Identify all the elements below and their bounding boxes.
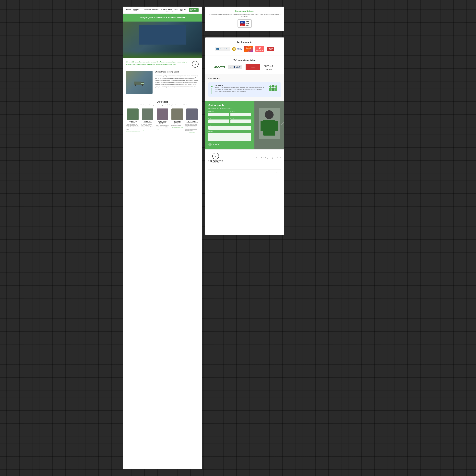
since-section: Since 1996, we've been pioneering produc… [123, 58, 202, 71]
team-role-shauni: Office Manager [156, 123, 169, 124]
remax-sub: DOORS [266, 68, 272, 70]
nav-bar: ABOUT PRODUCT RANGE PROJECTS CONTACT STE… [123, 7, 202, 14]
web-credit-text: Web solutions by Webtech [269, 171, 281, 172]
team-name-christopher: CHRISTOPHER ANDERSON [170, 121, 184, 123]
svg-text:WISE: WISE [241, 23, 243, 24]
form-group-phone: Phone [230, 118, 251, 123]
team-email-alex[interactable]: 021 623 4995 [186, 132, 199, 133]
community-title: Our Community [208, 41, 281, 43]
since-text: Since 1996, we've been pioneering produc… [126, 61, 189, 66]
nav-projects[interactable]: PROJECTS [144, 9, 151, 12]
building-shape [139, 25, 186, 45]
team-email-christopher[interactable]: ch@stevensonsdoors.co.nz [170, 127, 184, 128]
subject-input[interactable] [208, 126, 251, 130]
sitewise-badge: SITE WISE 100% SITEWISE100% [238, 19, 252, 28]
value-dot [211, 86, 213, 87]
nav-phone: 0800 486 346 [180, 9, 188, 12]
footer-logo-sub: DOORS LTD [208, 162, 223, 163]
team-email-shauni[interactable]: ch@stevensonsdoors.co.nz [156, 129, 169, 130]
nav-about[interactable]: ABOUT [126, 9, 131, 12]
submit-label[interactable]: SUBMIT [213, 144, 219, 145]
our-people-title: Our People [126, 101, 199, 103]
footer-nav-projects[interactable]: Projects [271, 157, 275, 158]
team-photo-anthony [127, 108, 138, 120]
submit-row: → SUBMIT [208, 143, 251, 146]
form-row-message: Message [208, 131, 251, 141]
footer-line-1 [208, 166, 281, 166]
hero-banner: Nearly 30 years of innovation in door ma… [123, 14, 202, 21]
values-section: Our Values: COMMUNITY We offer a place w… [205, 74, 284, 101]
team-name-anthony: ANTHONY MAY [126, 121, 139, 122]
caring-families-logo: CF Caring Families [215, 47, 230, 51]
values-title: Our Values: [208, 77, 281, 80]
message-input[interactable] [208, 133, 251, 141]
footer: S STEVENSONS DOORS LTD About Product Ran… [205, 149, 284, 166]
team-member-alex: ALEX BABKO Health & Safety Consultant Al… [186, 108, 199, 133]
merlin-logo: Merlin [214, 65, 225, 69]
agents-logos: Merlin GRIFCO™ ✦SCOTTY✦ DOORS remax™ [208, 64, 281, 70]
svg-rect-43 [274, 121, 278, 131]
hero-banner-text: Nearly 30 years of innovation in door ma… [126, 17, 199, 18]
firstname-input[interactable] [208, 113, 229, 116]
team-photo-jay [142, 108, 153, 120]
form-group-subject: Subject [208, 124, 251, 130]
contact-btn[interactable]: CONTACT US [189, 8, 199, 12]
footer-logo-text: STEVENSONS [208, 160, 223, 162]
team-name-jay: JAY RHODES [141, 121, 154, 122]
svg-rect-31 [269, 88, 272, 91]
footer-nav-contact[interactable]: Contact [277, 157, 281, 158]
svg-point-4 [136, 85, 136, 85]
logo-circle: S [192, 61, 199, 68]
surname-input[interactable] [230, 113, 251, 116]
nav-logo: STEVENSONS DOORS LTD [161, 8, 178, 12]
contact-title: Get in touch [208, 104, 251, 107]
phone-input[interactable] [230, 119, 251, 123]
sitewise-logo: SITE WISE 100% SITEWISE100% [240, 21, 249, 26]
circus-logo: CIRCUS [244, 46, 253, 52]
team-email-anthony[interactable]: anthony@stevensonsdoors.co.nz [126, 131, 139, 132]
team-role-anthony: Manager [126, 122, 139, 123]
team-name-shauni: SHAUNI GOULD ANDERSON [156, 121, 169, 123]
svg-text:DOORS: DOORS [251, 67, 255, 68]
team-grid: ANTHONY MAY Manager Anthony has a passio… [126, 108, 199, 133]
svg-line-20 [233, 48, 234, 48]
value-illustration [267, 85, 278, 94]
heart-kids-logo: Heart Kids NZ [255, 46, 264, 51]
right-column: Our Accreditations We are proud to say t… [205, 7, 284, 469]
footer-nav-about[interactable]: About [256, 157, 259, 158]
value-line [212, 88, 212, 94]
contact-form-section: Get in touch Complete the form and we'll… [205, 101, 255, 150]
svg-point-32 [272, 85, 275, 87]
accreditations-text: We are proud to say that Stevensons Door… [208, 14, 281, 17]
looking-ahead: We're always looking ahead While we have… [123, 71, 202, 97]
team-photo-alex [186, 108, 198, 120]
community-logos: CF Caring Families [208, 46, 281, 52]
svg-rect-0 [134, 82, 141, 85]
email-input[interactable] [208, 119, 229, 123]
team-member-anthony: ANTHONY MAY Manager Anthony has a passio… [126, 108, 139, 133]
team-photo [123, 21, 202, 58]
looking-title: We're always looking ahead [155, 71, 199, 73]
nav-product-range[interactable]: PRODUCT RANGE [133, 9, 142, 12]
looking-content: We're always looking ahead While we have… [155, 71, 199, 94]
svg-point-40 [265, 110, 274, 119]
team-name-alex: ALEX BABKO [186, 121, 199, 122]
remax-logo: remax™ [264, 64, 275, 68]
rotary-logo: Rotary [232, 47, 242, 51]
team-photo-christopher [171, 108, 183, 120]
phone-label: Phone [230, 118, 251, 119]
svg-rect-41 [263, 120, 275, 136]
team-member-christopher: CHRISTOPHER ANDERSON Office Manager Well… [170, 108, 184, 133]
truck-photo [126, 71, 153, 94]
remax-logo-wrapper: remax™ DOORS [264, 64, 275, 70]
nav-contact[interactable]: CONTACT [152, 9, 159, 12]
te-whatu-logo: Te OrangaHauora [267, 47, 274, 51]
svg-point-34 [275, 85, 277, 88]
svg-text:CF: CF [217, 49, 219, 50]
team-email-jay[interactable]: jay@stevensonsdoors.co.nz [141, 130, 154, 131]
form-group-message: Message [208, 131, 251, 141]
team-desc-jay: Jay started with Stevensons Doors in the… [141, 124, 154, 129]
footer-nav-product[interactable]: Product Range [261, 157, 269, 158]
footer-line-3 [208, 168, 281, 168]
svg-line-21 [235, 50, 235, 50]
